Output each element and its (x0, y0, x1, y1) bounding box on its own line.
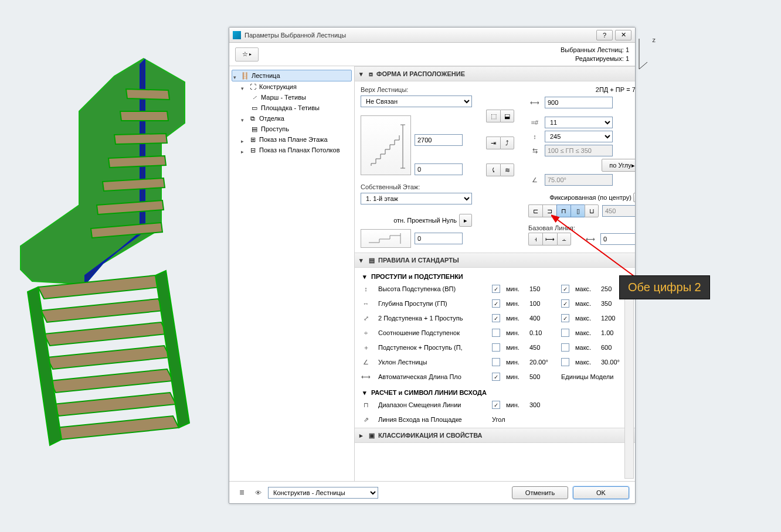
walk-left2-icon[interactable]: ⊐ (542, 204, 556, 217)
baseline-input[interactable] (600, 233, 635, 245)
tree-stair[interactable]: 🪜Лестница (232, 70, 352, 81)
svg-marker-12 (108, 156, 166, 168)
h2-icon[interactable]: ⤴ (500, 137, 514, 149)
height-link-mode[interactable]: ⇥ ⤴ (486, 137, 514, 149)
favorites-button[interactable]: ☆▸ (235, 47, 259, 62)
rule-max-check[interactable] (561, 299, 569, 308)
walk-left-icon[interactable]: ⊏ (528, 204, 542, 217)
rule-name: Подступенок + Проступь (П, (378, 344, 490, 351)
walking-line-pos[interactable]: ⊏ ⊐ ⊓ ▯ ⊔ (528, 204, 599, 217)
rule-max-check[interactable] (561, 343, 569, 352)
rule-name: Автоматическая Длина Пло (378, 373, 490, 380)
svg-marker-3 (41, 299, 164, 322)
walk-center2-icon[interactable]: ▯ (571, 204, 585, 217)
bottom-link-mode[interactable]: ⤹ ≋ (486, 163, 514, 176)
width-input[interactable] (545, 97, 613, 108)
rule-icon: ↔ (359, 298, 372, 309)
angle-mode-button[interactable]: по Углу ▸ (602, 159, 635, 172)
tree-tread[interactable]: ▤Проступь (232, 124, 352, 134)
rule-min-check[interactable] (492, 299, 500, 308)
rel-diagram (361, 229, 411, 248)
h1-icon[interactable]: ⇥ (486, 137, 500, 149)
fixed-arrow-button[interactable]: ▸ (633, 193, 635, 202)
walk-min-check[interactable] (492, 401, 500, 409)
rules-grid: ↕Высота Подступенка (ВП)мин.150макс.250↔… (359, 283, 630, 383)
rule-min-check[interactable] (492, 329, 500, 337)
bl-2-icon[interactable]: ⟼ (542, 233, 557, 245)
walk-subheader[interactable]: ▾РАСЧЕТ и СИМВОЛ ЛИНИИ ВСХОДА (359, 386, 630, 399)
risers-select[interactable]: 11 (545, 117, 613, 128)
rule-min-value: 450 (529, 344, 559, 351)
going-icon: ↕ (528, 131, 541, 142)
rel-input[interactable] (415, 233, 463, 244)
tree-ceilingplan[interactable]: ⊟Показ на Планах Потолков (232, 145, 352, 155)
rule-min-label: мин. (506, 344, 527, 351)
section-form-body: Верх Лестницы: Не Связан (355, 81, 635, 253)
topbar: ☆▸ Выбранных Лестниц: 1 Редактируемых: 1 (229, 43, 635, 66)
bottom-input[interactable] (415, 163, 463, 175)
rule-min-value: 400 (529, 315, 559, 322)
rule-min-label: мин. (506, 285, 527, 292)
rule-max-label: макс. (575, 344, 599, 351)
rel-label: отн. Проектный Нуль (393, 217, 457, 224)
fixed-val-input (602, 205, 635, 217)
story-select[interactable]: 1. 1-й этаж (361, 193, 472, 204)
finish-icon: ⧉ (249, 114, 257, 122)
angle-icon: ∠ (528, 175, 541, 185)
floorplan-icon: ⊞ (249, 135, 257, 144)
b1-icon[interactable]: ⤹ (486, 163, 500, 176)
treads-subheader[interactable]: ▾ПРОСТУПИ и ПОДСТУПЕНКИ (359, 270, 630, 283)
rule-min-check[interactable] (492, 314, 500, 322)
selection-counts: Выбранных Лестниц: 1 Редактируемых: 1 (561, 46, 629, 63)
bl-3-icon[interactable]: ⫠ (557, 233, 571, 245)
top-link-select[interactable]: Не Связан (361, 96, 472, 107)
svg-marker-7 (53, 393, 176, 416)
rule-min-check[interactable] (492, 373, 500, 381)
rule-min-check[interactable] (492, 285, 500, 293)
rule-icon: ↕ (359, 283, 372, 295)
stair-height-diagram (361, 115, 411, 175)
layer-select[interactable]: Конструктив - Лестницы (268, 487, 378, 499)
link-top-icon[interactable]: ⬚ (486, 110, 500, 122)
rule-max-check[interactable] (561, 329, 569, 337)
rule-min-value: 500 (529, 373, 559, 380)
vertical-scrollbar[interactable] (624, 291, 634, 479)
stair-icon: 🪜 (241, 71, 249, 80)
tree-construction[interactable]: ⛶Конструкция (232, 81, 352, 92)
rule-max-check[interactable] (561, 358, 569, 366)
section-rules-header[interactable]: ▾ ▤ ПРАВИЛА И СТАНДАРТЫ (355, 253, 635, 268)
close-button[interactable]: ✕ (615, 30, 631, 40)
link-top-icon2[interactable]: ⬓ (500, 110, 514, 122)
rule-min-check[interactable] (492, 343, 500, 352)
walk-center-icon[interactable]: ⊓ (556, 204, 571, 217)
landing-icon: ▭ (250, 104, 259, 112)
tree-floorplan[interactable]: ⊞Показ на Плане Этажа (232, 134, 352, 145)
rule-icon: ⤢ (359, 312, 372, 324)
going-range (545, 145, 613, 156)
rel-arrow-button[interactable]: ▸ (459, 214, 472, 227)
walk-right-icon[interactable]: ⊔ (585, 204, 599, 217)
rule-min-check[interactable] (492, 358, 500, 366)
walk-icon: ⇗ (359, 414, 372, 425)
rule-max-check[interactable] (561, 314, 569, 322)
ok-button[interactable]: OK (573, 486, 629, 499)
going-select[interactable]: 245 (545, 131, 613, 142)
help-button[interactable]: ? (596, 30, 613, 40)
tree-finish[interactable]: ⧉Отделка (232, 113, 352, 124)
baseline-pos[interactable]: ⫞ ⟼ ⫠ (528, 233, 571, 245)
rule-icon: ∠ (359, 356, 372, 368)
cancel-button[interactable]: Отменить (512, 486, 568, 499)
top-link-mode[interactable]: ⬚ ⬓ (486, 110, 514, 122)
rule-name: Уклон Лестницы (378, 359, 490, 366)
section-form-header[interactable]: ▾ ⧈ ФОРМА И РАСПОЛОЖЕНИЕ (355, 66, 635, 81)
b2-icon[interactable]: ≋ (500, 163, 514, 176)
rule-icon: ＋ (359, 342, 372, 353)
rule-max-check[interactable] (561, 285, 569, 293)
tree-flight-stringers[interactable]: ⟋Марш - Тетивы (232, 92, 352, 103)
svg-marker-5 (47, 346, 170, 369)
tree-landing-stringers[interactable]: ▭Площадка - Тетивы (232, 103, 352, 113)
bl-1-icon[interactable]: ⫞ (528, 233, 542, 245)
bl-offset-icon: ⟷ (584, 234, 597, 244)
height-input[interactable] (415, 134, 463, 146)
section-class-header[interactable]: ▸ ▣ КЛАССИФИКАЦИЯ И СВОЙСТВА (355, 428, 635, 443)
